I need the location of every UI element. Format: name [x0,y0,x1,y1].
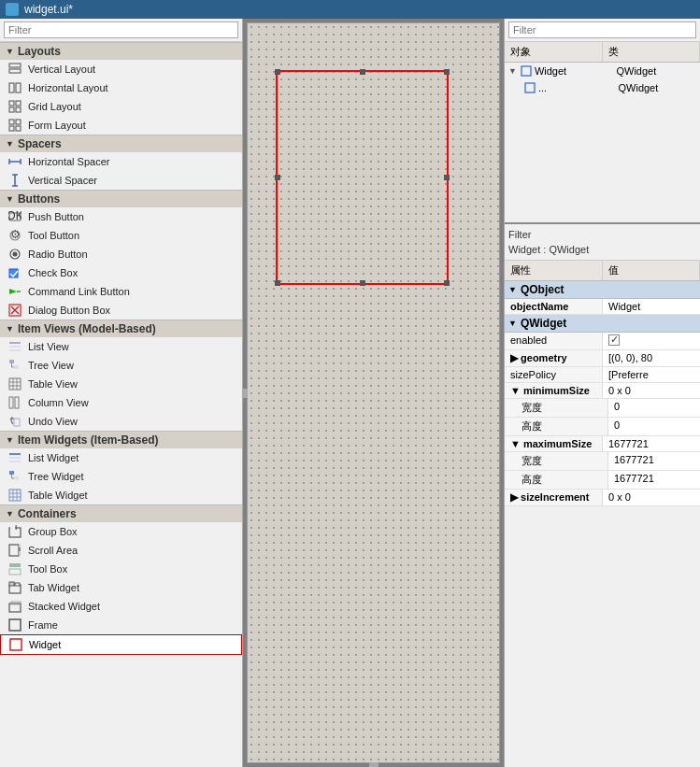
item-grid-layout[interactable]: Grid Layout [0,97,242,116]
item-group-box[interactable]: T Group Box [0,522,242,541]
props-val-sizeinc[interactable]: 0 x 0 [603,490,700,505]
item-list-widget[interactable]: List Widget [0,448,242,467]
handle-mr[interactable] [444,175,450,180]
tree-row-widget[interactable]: ▼ Widget QWidget [505,63,700,79]
svg-rect-67 [15,583,20,586]
section-item-views[interactable]: ▼ Item Views (Model-Based) [0,320,242,337]
svg-rect-52 [9,490,21,501]
props-val-maxwidth[interactable]: 1677721 [608,452,700,470]
dialog-button-box-label: Dialog Button Box [28,305,110,316]
item-vertical-spacer[interactable]: Vertical Spacer [0,171,242,190]
svg-rect-31 [9,346,21,348]
handle-tl[interactable] [275,69,280,75]
item-undo-view[interactable]: Undo View [0,412,242,431]
tree-child-icon [523,81,536,94]
handle-tr[interactable] [444,69,450,75]
right-filter-input[interactable] [508,21,696,38]
props-val-minsize[interactable]: 0 x 0 [603,383,700,398]
item-column-view[interactable]: Column View [0,393,242,412]
tree-widget-icon [520,64,533,78]
item-scroll-area[interactable]: Scroll Area [0,541,242,560]
list-view-label: List View [28,341,69,352]
props-val-minheight[interactable]: 0 [608,418,700,435]
props-val-maxsize[interactable]: 1677721 [603,436,700,451]
handle-br[interactable] [444,280,450,286]
scroll-bottom[interactable] [369,762,379,767]
item-vertical-layout[interactable]: Vertical Layout [0,60,242,78]
containers-arrow: ▼ [6,509,14,518]
section-layouts[interactable]: ▼ Layouts [0,42,242,60]
table-widget-label: Table Widget [28,490,88,501]
item-radio-button[interactable]: Radio Button [0,245,242,263]
svg-rect-8 [9,120,14,124]
handle-ml[interactable] [275,175,280,180]
props-key-sizepolicy: sizePolicy [505,367,603,382]
section-spacers[interactable]: ▼ Spacers [0,135,242,152]
props-row-minwidth: 宽度 0 [505,399,700,418]
svg-rect-10 [9,126,14,131]
section-buttons[interactable]: ▼ Buttons [0,190,242,207]
item-table-view[interactable]: Table View [0,375,242,393]
left-filter-input[interactable] [4,21,238,38]
tree-indent-0: ▼ [508,64,533,78]
layouts-arrow: ▼ [6,47,14,56]
undo-view-label: Undo View [28,416,78,427]
props-section-qobject[interactable]: ▼ QObject [505,281,700,299]
item-views-arrow: ▼ [6,324,14,334]
item-tool-button[interactable]: ⚙ Tool Button [0,226,242,245]
canvas-area[interactable] [247,22,500,763]
props-val-sizepolicy[interactable]: [Preferre [603,367,700,382]
svg-rect-1 [9,69,21,73]
widget-box[interactable] [276,70,449,285]
scroll-left[interactable] [243,389,248,398]
item-horizontal-spacer[interactable]: Horizontal Spacer [0,152,242,171]
svg-rect-66 [9,582,14,586]
props-val-enabled[interactable] [603,333,700,349]
tab-widget-label: Tab Widget [28,582,79,593]
item-check-box[interactable]: Check Box [0,263,242,282]
item-tool-box[interactable]: Tool Box [0,560,242,578]
widget-label: Widget [29,639,61,650]
svg-rect-5 [16,101,21,106]
handle-bl[interactable] [275,280,280,286]
props-section-qwidget[interactable]: ▼ QWidget [505,315,700,333]
item-tree-widget[interactable]: Tree Widget [0,467,242,486]
props-row-sizeinc: ▶ sizeIncrement 0 x 0 [505,490,700,506]
item-table-widget[interactable]: Table Widget [0,486,242,504]
svg-text:OK: OK [8,210,21,222]
item-tree-view[interactable]: Tree View [0,356,242,375]
svg-point-23 [13,252,18,257]
svg-rect-64 [9,569,21,575]
item-command-link-button[interactable]: Command Link Button [0,282,242,301]
item-dialog-button-box[interactable]: Dialog Button Box [0,301,242,320]
handle-bm[interactable] [360,280,365,286]
svg-rect-30 [9,342,21,344]
item-push-button[interactable]: OK Push Button [0,207,242,226]
item-horizontal-layout[interactable]: Horizontal Layout [0,78,242,97]
item-widget[interactable]: Widget [0,634,242,655]
svg-rect-32 [9,349,21,351]
props-filter-label: Filter [508,227,696,242]
tree-row-widget-child[interactable]: ... QWidget [505,79,700,96]
props-val-maxheight[interactable]: 1677721 [608,471,700,489]
object-tree-panel: 对象 类 ▼ Widget QWidget [505,19,700,224]
svg-rect-62 [19,547,21,551]
section-containers[interactable]: ▼ Containers [0,504,242,522]
tool-box-icon [7,561,22,576]
props-val-geometry[interactable]: [(0, 0), 80 [603,350,700,366]
item-stacked-widget[interactable]: Stacked Widget [0,597,242,616]
props-val-objectname[interactable]: Widget [603,299,700,314]
item-frame[interactable]: Frame [0,616,242,634]
item-form-layout[interactable]: Form Layout [0,116,242,135]
handle-tm[interactable] [360,69,365,75]
item-views-label: Item Views (Model-Based) [18,322,156,335]
vertical-layout-label: Vertical Layout [28,64,95,75]
svg-rect-60 [9,545,19,556]
tree-view-icon [7,358,22,373]
item-tab-widget[interactable]: Tab Widget [0,578,242,597]
props-val-minwidth[interactable]: 0 [608,399,700,417]
section-item-widgets[interactable]: ▼ Item Widgets (Item-Based) [0,431,242,448]
enabled-checkbox[interactable] [608,334,620,346]
item-list-view[interactable]: List View [0,337,242,356]
qobject-arrow: ▼ [508,285,517,294]
